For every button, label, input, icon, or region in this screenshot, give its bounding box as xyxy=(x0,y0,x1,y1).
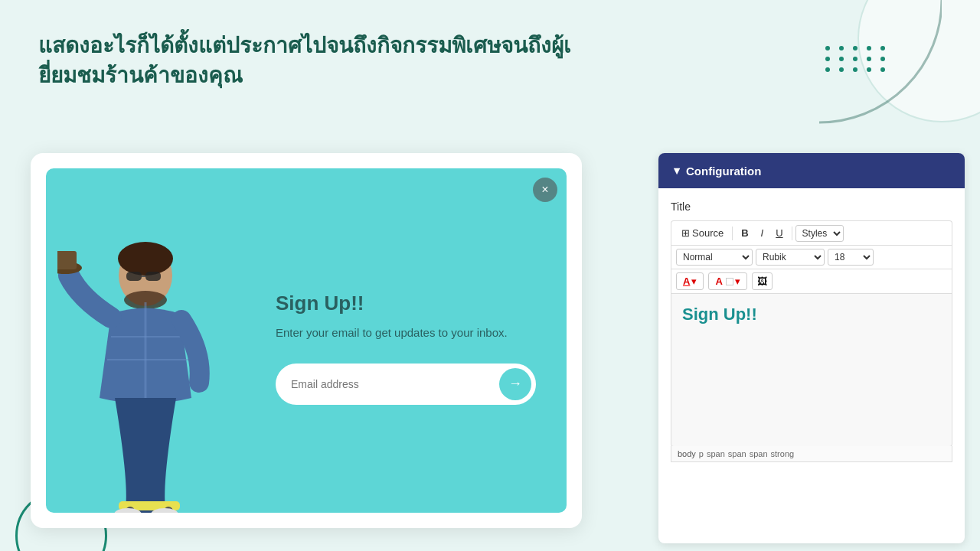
config-panel: ▾ Configuration Title ⊞ Source B I xyxy=(658,153,965,543)
header-line1: แสดงอะไรก็ได้ตั้งแต่ประกาศไปจนถึงกิจกรรม… xyxy=(38,31,571,60)
svg-rect-2 xyxy=(126,272,142,281)
toolbar-row-3: A ▾ A ▾ 🖼 xyxy=(671,269,952,294)
title-section-label: Title xyxy=(671,201,952,213)
italic-label: I xyxy=(761,227,764,239)
bg-color-icon xyxy=(726,278,733,285)
statusbar-sep4: span xyxy=(750,449,768,458)
image-button[interactable]: 🖼 xyxy=(752,272,773,290)
statusbar-sep3: span xyxy=(728,449,746,458)
submit-button[interactable]: → xyxy=(499,368,531,400)
bg-dropdown-icon: ▾ xyxy=(735,276,740,287)
svg-rect-3 xyxy=(145,272,161,281)
editor-toolbar: ⊞ Source B I U Styles xyxy=(671,220,952,294)
underline-button[interactable]: U xyxy=(770,224,788,242)
email-form: → xyxy=(276,364,536,405)
format-select[interactable]: Normal xyxy=(676,249,753,266)
italic-button[interactable]: I xyxy=(756,224,769,242)
toolbar-sep-1 xyxy=(732,227,733,240)
editor-statusbar: body p span span span strong xyxy=(671,446,952,462)
font-color-button[interactable]: A ▾ xyxy=(676,272,704,290)
statusbar-strong: strong xyxy=(771,449,795,458)
email-input[interactable] xyxy=(291,378,499,390)
popup-title: Sign Up!! xyxy=(276,292,536,315)
config-panel-title: Configuration xyxy=(686,165,761,178)
close-button[interactable]: × xyxy=(533,178,557,202)
toolbar-sep-2 xyxy=(792,227,792,240)
bold-button[interactable]: B xyxy=(736,224,753,242)
source-label: Source xyxy=(692,227,724,239)
editor-content-area[interactable]: Sign Up!! xyxy=(671,294,952,447)
source-icon: ⊞ xyxy=(681,227,690,239)
header-text: แสดงอะไรก็ได้ตั้งแต่ประกาศไปจนถึงกิจกรรม… xyxy=(38,31,571,90)
bold-label: B xyxy=(741,227,748,239)
font-select[interactable]: Rubik xyxy=(756,249,825,266)
popup-description: Enter your email to get updates to your … xyxy=(276,324,536,342)
underline-label: U xyxy=(776,227,782,239)
config-panel-header: ▾ Configuration xyxy=(658,153,965,188)
chevron-down-icon: ▾ xyxy=(674,164,680,178)
popup-preview: × Sign Up!! Enter your email to get upda… xyxy=(46,168,567,513)
statusbar-body: body xyxy=(678,449,696,458)
color-dropdown-icon: ▾ xyxy=(691,276,697,287)
size-select[interactable]: 18 xyxy=(828,249,874,266)
bg-color-label: A xyxy=(715,276,722,287)
svg-rect-10 xyxy=(57,251,77,269)
statusbar-sep1: p xyxy=(699,449,704,458)
image-icon: 🖼 xyxy=(757,276,767,287)
close-icon: × xyxy=(541,183,548,197)
styles-select[interactable]: Styles xyxy=(795,225,844,242)
toolbar-row-2: Normal Rubik 18 xyxy=(671,246,952,269)
config-panel-body: Title ⊞ Source B I U xyxy=(658,188,965,474)
source-button[interactable]: ⊞ Source xyxy=(676,224,729,242)
arrow-right-icon: → xyxy=(508,376,522,392)
arc-decoration xyxy=(789,0,942,153)
editor-title-text: Sign Up!! xyxy=(682,305,941,324)
toolbar-row-1: ⊞ Source B I U Styles xyxy=(671,221,952,246)
popup-content: Sign Up!! Enter your email to get update… xyxy=(276,292,536,405)
person-image xyxy=(46,222,245,513)
preview-container: × Sign Up!! Enter your email to get upda… xyxy=(31,153,582,528)
bg-color-button[interactable]: A ▾ xyxy=(708,272,746,290)
svg-point-1 xyxy=(118,242,173,276)
statusbar-sep2: span xyxy=(707,449,725,458)
font-color-label: A xyxy=(683,276,690,287)
header-line2: ยี่ยมชมร้านค้าของคุณ xyxy=(38,60,571,90)
person-svg xyxy=(57,230,234,513)
